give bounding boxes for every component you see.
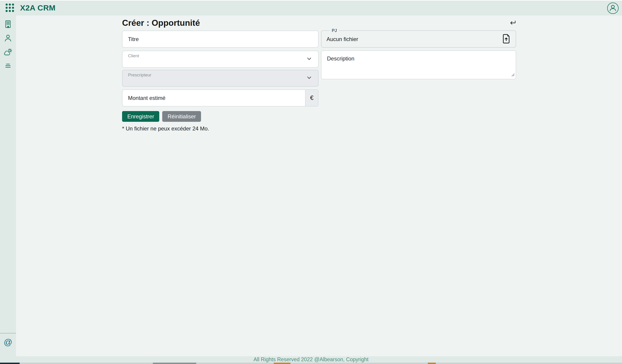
main-area: Créer : Opportunité Client xyxy=(16,16,622,356)
euro-suffix: € xyxy=(305,90,318,106)
account-button[interactable] xyxy=(607,2,619,14)
description-textarea[interactable] xyxy=(321,50,516,79)
footer: All Rights Reserved 2022 @Albearson, Cop… xyxy=(0,356,622,363)
pj-legend: PJ xyxy=(330,28,339,33)
app-header: X2A CRM xyxy=(0,0,622,16)
create-opportunity-form: Créer : Opportunité Client xyxy=(122,16,516,132)
building-icon xyxy=(4,20,12,28)
form-left-column: Client Prescripteur xyxy=(122,31,319,132)
client-label: Client xyxy=(128,53,139,58)
file-size-note: * Un fichier ne peux excéder 24 Mo. xyxy=(122,125,319,132)
montant-group: € xyxy=(122,89,319,107)
sidebar-item-companies[interactable] xyxy=(4,20,12,28)
sidebar-divider xyxy=(0,333,16,333)
page-title: Créer : Opportunité xyxy=(122,18,200,28)
titre-input[interactable] xyxy=(122,31,319,48)
app-grid-icon[interactable] xyxy=(5,3,15,13)
chevron-down-icon xyxy=(306,74,312,82)
person-icon xyxy=(4,34,12,42)
save-button[interactable]: Enregistrer xyxy=(122,111,159,122)
resize-handle[interactable] xyxy=(511,73,515,77)
montant-input[interactable] xyxy=(122,90,305,106)
prescripteur-label: Prescripteur xyxy=(128,73,151,77)
window-top-edge xyxy=(0,0,622,1)
pj-file-value: Aucun fichier xyxy=(327,36,358,42)
sidebar-item-activities[interactable] xyxy=(4,62,11,70)
at-sign-icon[interactable]: @ xyxy=(0,338,16,347)
sidebar-item-opportunities[interactable] xyxy=(3,48,13,56)
form-right-column: PJ Aucun fichier xyxy=(321,31,516,79)
cloud-sun-icon xyxy=(3,48,13,56)
return-arrow-icon[interactable] xyxy=(509,20,516,26)
sidebar-item-contacts[interactable] xyxy=(4,34,12,42)
app-title: X2A CRM xyxy=(20,3,56,12)
prescripteur-select[interactable]: Prescripteur xyxy=(122,70,319,87)
reset-button[interactable]: Réinitialiser xyxy=(162,111,201,122)
description-wrap xyxy=(321,50,516,79)
sidebar: @ xyxy=(0,16,16,356)
list-lines-icon xyxy=(4,63,11,69)
screen-bottom-edge xyxy=(0,363,622,364)
client-select[interactable]: Client xyxy=(122,51,319,68)
copyright-text: All Rights Reserved 2022 @Albearson, Cop… xyxy=(253,357,369,363)
pj-file-field[interactable]: PJ Aucun fichier xyxy=(321,28,516,48)
file-upload-icon[interactable] xyxy=(503,34,511,45)
chevron-down-icon xyxy=(306,56,312,63)
